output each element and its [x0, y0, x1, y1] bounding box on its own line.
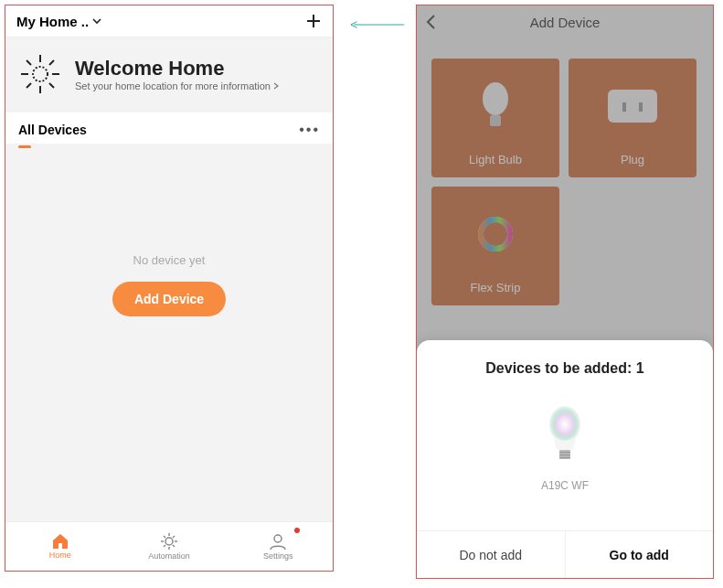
home-icon [51, 533, 69, 550]
nav-home-label: Home [49, 551, 71, 560]
svg-line-8 [49, 60, 54, 65]
nav-automation-label: Automation [148, 551, 190, 561]
device-model: A19C WF [541, 479, 589, 492]
sun-icon [18, 52, 62, 96]
flow-arrow-icon [346, 20, 409, 29]
sheet-title: Devices to be added: 1 [485, 360, 643, 377]
svg-line-6 [49, 83, 54, 88]
svg-rect-29 [559, 454, 570, 455]
bottom-nav: Home Automation Settings [5, 521, 333, 571]
home-label: My Home .. [16, 14, 89, 29]
svg-line-16 [164, 545, 165, 547]
svg-line-14 [164, 536, 165, 538]
found-device-icon [544, 404, 586, 470]
svg-line-7 [27, 83, 31, 88]
device-list-empty: No device yet Add Device [5, 148, 333, 521]
home-screen: My Home .. Welcome Home Set your home lo… [5, 5, 334, 572]
welcome-subtitle: Set your home location for more informat… [75, 80, 271, 91]
header: My Home .. [5, 5, 333, 37]
svg-rect-28 [559, 452, 570, 453]
found-device-sheet: Devices to be added: 1 A19C WF Do not ad… [417, 340, 713, 578]
chevron-down-icon [92, 16, 101, 26]
nav-settings[interactable]: Settings [224, 522, 333, 571]
welcome-section: Welcome Home Set your home location for … [5, 37, 333, 112]
tabs-row: All Devices ••• [5, 112, 333, 144]
svg-line-5 [27, 60, 31, 65]
add-device-screen: Add Device Light Bulb Plug [416, 5, 714, 579]
nav-automation[interactable]: Automation [114, 522, 223, 571]
welcome-title: Welcome Home [75, 57, 280, 80]
sheet-actions: Do not add Go to add [417, 530, 713, 578]
svg-line-15 [173, 545, 175, 547]
more-icon[interactable]: ••• [299, 122, 320, 138]
go-to-add-button[interactable]: Go to add [566, 531, 714, 578]
svg-rect-30 [559, 457, 570, 458]
do-not-add-button[interactable]: Do not add [417, 531, 566, 578]
svg-point-0 [33, 67, 48, 81]
svg-point-9 [165, 538, 173, 545]
add-icon[interactable] [305, 13, 322, 29]
settings-icon [269, 532, 287, 551]
empty-message: No device yet [133, 253, 206, 267]
svg-point-18 [274, 535, 282, 542]
add-device-button[interactable]: Add Device [112, 282, 226, 316]
svg-line-17 [173, 536, 175, 538]
tab-all-devices[interactable]: All Devices [18, 123, 87, 137]
set-location-link[interactable]: Set your home location for more informat… [75, 80, 280, 91]
automation-icon [160, 532, 178, 551]
chevron-right-icon [272, 82, 280, 90]
welcome-text: Welcome Home Set your home location for … [75, 57, 280, 91]
nav-home[interactable]: Home [5, 522, 114, 571]
home-selector[interactable]: My Home .. [16, 14, 101, 29]
nav-settings-label: Settings [263, 551, 293, 561]
notification-badge [294, 528, 300, 533]
